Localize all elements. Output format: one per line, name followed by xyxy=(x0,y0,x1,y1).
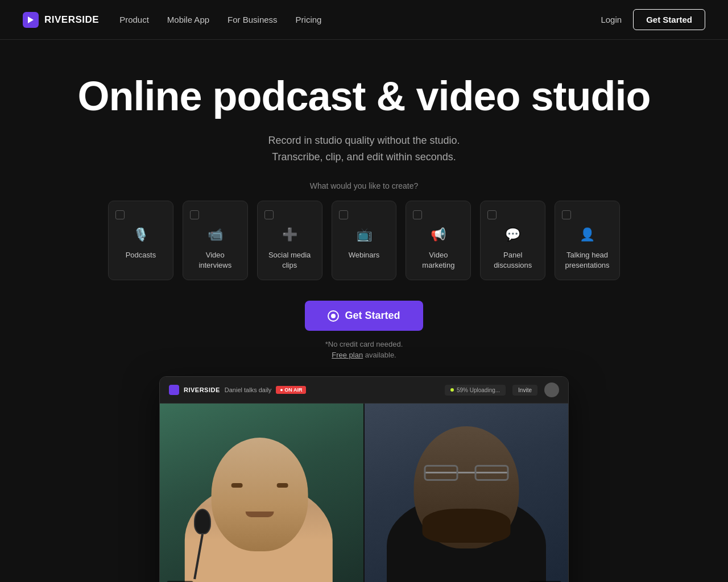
get-started-nav-button[interactable]: Get Started xyxy=(633,9,705,30)
card-label-panel: Panel discussions xyxy=(487,250,538,271)
nav-right: Login Get Started xyxy=(601,9,705,30)
card-checkbox-podcasts[interactable] xyxy=(115,210,125,219)
free-plan-line: Free plan available. xyxy=(23,351,705,359)
card-podcasts[interactable]: 🎙️ Podcasts xyxy=(108,201,173,280)
card-panel-discussions[interactable]: 💬 Panel discussions xyxy=(480,201,545,280)
mic-arm-shape xyxy=(193,534,204,579)
video-pane-right: Stephan xyxy=(363,404,568,582)
talking-head-icon: 👤 xyxy=(562,227,613,242)
nav-item-for-business[interactable]: For Business xyxy=(228,15,278,25)
glasses-left xyxy=(424,465,458,481)
get-started-main-button[interactable]: Get Started xyxy=(305,301,423,331)
logo[interactable]: RIVERSIDE xyxy=(23,12,99,28)
eye-left-r xyxy=(277,483,288,488)
record-dot xyxy=(331,314,336,318)
on-air-badge: ● ON AIR xyxy=(276,386,306,394)
app-session-name: Daniel talks daily xyxy=(225,386,272,393)
person-right-head xyxy=(414,426,519,548)
app-logo-area: RIVERSIDE Daniel talks daily ● ON AIR xyxy=(169,385,306,395)
app-avatar xyxy=(544,383,559,397)
app-topbar: RIVERSIDE Daniel talks daily ● ON AIR 59… xyxy=(160,377,568,404)
panel-icon: 💬 xyxy=(487,227,538,242)
social-media-icon: ➕ xyxy=(264,227,315,242)
hero-headline: Online podcast & video studio xyxy=(23,74,705,119)
nav-item-pricing[interactable]: Pricing xyxy=(296,15,322,25)
card-checkbox-video-interviews[interactable] xyxy=(190,210,199,219)
video-interviews-icon: 📹 xyxy=(190,227,241,242)
brand-name: RIVERSIDE xyxy=(44,14,99,26)
card-video-interviews[interactable]: 📹 Video interviews xyxy=(183,201,248,280)
mic-stand xyxy=(194,509,211,580)
card-webinars[interactable]: 📺 Webinars xyxy=(332,201,397,280)
create-label: What would you like to create? xyxy=(23,181,705,190)
card-checkbox-social-media[interactable] xyxy=(264,210,274,219)
app-topbar-right: 59% Uploading... Invite xyxy=(445,383,559,397)
video-pane-left: Daniel xyxy=(160,404,363,582)
no-credit-text: *No credit card needed. xyxy=(23,340,705,348)
card-label-webinars: Webinars xyxy=(339,250,390,260)
beard xyxy=(423,509,511,543)
app-screenshot: RIVERSIDE Daniel talks daily ● ON AIR 59… xyxy=(159,376,569,582)
content-type-cards: 🎙️ Podcasts 📹 Video interviews ➕ Social … xyxy=(108,201,620,280)
upload-badge: 59% Uploading... xyxy=(445,385,506,396)
nav-left: RIVERSIDE Product Mobile App For Busines… xyxy=(23,12,321,28)
nav-item-mobile-app[interactable]: Mobile App xyxy=(167,15,209,25)
login-button[interactable]: Login xyxy=(601,15,622,24)
logo-icon xyxy=(23,12,39,28)
upload-dot xyxy=(450,388,454,392)
person-right-bg xyxy=(365,404,568,582)
glasses-right xyxy=(475,465,509,481)
card-checkbox-webinars[interactable] xyxy=(339,210,348,219)
mustache xyxy=(246,512,274,517)
card-video-marketing[interactable]: 📢 Video marketing xyxy=(406,201,471,280)
video-marketing-icon: 📢 xyxy=(413,227,464,242)
nav-item-product[interactable]: Product xyxy=(119,15,149,25)
free-plan-link[interactable]: Free plan xyxy=(332,351,363,359)
card-checkbox-video-marketing[interactable] xyxy=(413,210,422,219)
card-checkbox-panel[interactable] xyxy=(487,210,497,219)
card-label-social-media: Social media clips xyxy=(264,250,315,271)
person-left-head xyxy=(212,438,308,551)
invite-button[interactable]: Invite xyxy=(512,385,537,396)
eye-left-l xyxy=(231,483,243,488)
card-label-video-marketing: Video marketing xyxy=(413,250,464,271)
card-checkbox-talking-head[interactable] xyxy=(562,210,571,219)
card-label-podcasts: Podcasts xyxy=(115,250,166,260)
card-social-media-clips[interactable]: ➕ Social media clips xyxy=(257,201,322,280)
card-talking-head[interactable]: 👤 Talking head presentations xyxy=(555,201,620,280)
cta-area: Get Started *No credit card needed. Free… xyxy=(23,301,705,359)
person-left-bg xyxy=(160,404,363,582)
card-label-talking-head: Talking head presentations xyxy=(562,250,613,271)
app-logo-icon xyxy=(169,385,179,395)
navbar: RIVERSIDE Product Mobile App For Busines… xyxy=(0,0,728,40)
logo-svg xyxy=(26,15,35,24)
record-icon xyxy=(328,310,339,322)
webinars-icon: 📺 xyxy=(339,227,390,242)
video-grid: Daniel xyxy=(160,404,568,582)
card-label-video-interviews: Video interviews xyxy=(190,250,241,271)
svg-marker-0 xyxy=(28,16,34,23)
person-right-container: Stephan xyxy=(365,404,568,582)
app-logo-text: RIVERSIDE xyxy=(184,386,220,393)
mic-head-shape xyxy=(194,509,211,534)
hero-section: Online podcast & video studio Record in … xyxy=(0,40,728,582)
nav-links: Product Mobile App For Business Pricing xyxy=(119,15,321,25)
hero-subtitle: Record in studio quality without the stu… xyxy=(23,132,705,165)
podcasts-icon: 🎙️ xyxy=(115,227,166,242)
person-left-container: Daniel xyxy=(160,404,363,582)
